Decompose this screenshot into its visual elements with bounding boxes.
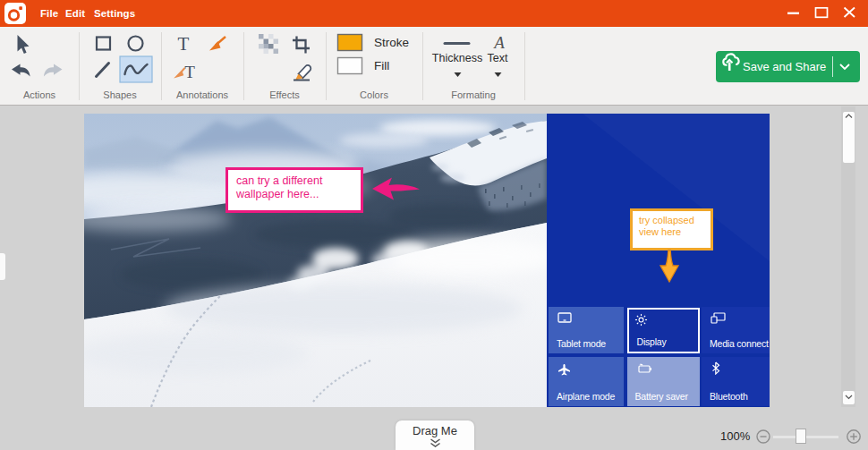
svg-text:A: A <box>492 33 505 52</box>
svg-text:T: T <box>184 63 195 81</box>
svg-text:Fill: Fill <box>374 59 389 72</box>
svg-text:T: T <box>178 33 190 55</box>
svg-text:Stroke: Stroke <box>374 36 409 49</box>
svg-text:Thickness: Thickness <box>432 52 482 64</box>
svg-text:Text: Text <box>488 52 508 64</box>
